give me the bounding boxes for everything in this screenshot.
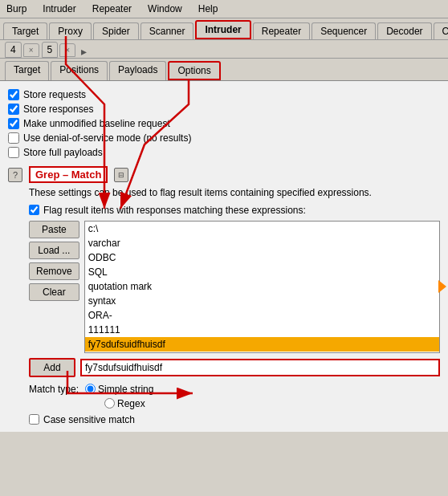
list-item[interactable]: ODBC bbox=[85, 250, 439, 265]
grep-header: ? Grep – Match ⊟ bbox=[8, 166, 440, 183]
cb-baseline-input[interactable] bbox=[8, 118, 19, 129]
cb-store-responses: Store responses bbox=[8, 102, 440, 116]
cb-full-payloads-input[interactable] bbox=[8, 147, 19, 158]
add-row: Add bbox=[8, 358, 440, 377]
radio-simple-input[interactable] bbox=[85, 384, 96, 394]
menu-burp[interactable]: Burp bbox=[3, 2, 30, 16]
cb-dos: Use denial-of-service mode (no results) bbox=[8, 131, 440, 145]
tab-scanner[interactable]: Scanner bbox=[141, 22, 194, 39]
close-tab-5-icon[interactable]: × bbox=[59, 43, 75, 57]
help-icon[interactable]: ? bbox=[8, 168, 22, 182]
case-sensitive-label: Case sensitive match bbox=[43, 414, 135, 425]
tab-repeater[interactable]: Repeater bbox=[253, 22, 310, 39]
list-item[interactable]: fy7sdufsuidfhuisdf bbox=[85, 337, 439, 352]
flag-row: Flag result items with responses matchin… bbox=[8, 205, 440, 216]
match-type-row: Match type: Simple string bbox=[8, 384, 440, 395]
list-item[interactable]: syntax bbox=[85, 294, 439, 308]
tab-target[interactable]: Target bbox=[3, 22, 47, 39]
tab-number-5[interactable]: 5 × bbox=[42, 42, 76, 58]
tab-intruder[interactable]: Intruder bbox=[195, 20, 250, 39]
list-container: c:\varcharODBCSQLquotation marksyntaxORA… bbox=[84, 221, 440, 353]
list-item[interactable]: 111111 bbox=[85, 323, 439, 337]
list-item[interactable]: c:\ bbox=[85, 222, 439, 236]
cb-store-requests-input[interactable] bbox=[8, 89, 19, 100]
cb-store-responses-input[interactable] bbox=[8, 104, 19, 115]
list-item[interactable]: ORA- bbox=[85, 308, 439, 323]
radio-regex-input[interactable] bbox=[104, 398, 115, 409]
tab-sequencer[interactable]: Sequencer bbox=[312, 22, 376, 39]
cb-full-payloads: Store full payloads bbox=[8, 145, 440, 160]
menu-intruder[interactable]: Intruder bbox=[39, 2, 79, 16]
sub-tab-bar: Target Positions Payloads Options bbox=[0, 59, 448, 81]
add-button[interactable]: Add bbox=[29, 358, 75, 377]
add-tab-icon[interactable]: ▸ bbox=[78, 45, 90, 58]
radio-simple-label: Simple string bbox=[98, 384, 153, 395]
radio-simple-string: Simple string bbox=[85, 384, 153, 395]
cb-baseline: Make unmodified baseline request bbox=[8, 116, 440, 131]
remove-button[interactable]: Remove bbox=[29, 262, 79, 280]
radio-regex-label: Regex bbox=[117, 398, 145, 409]
menu-window[interactable]: Window bbox=[145, 2, 185, 16]
list-item[interactable]: varchar bbox=[85, 236, 439, 250]
cb-dos-input[interactable] bbox=[8, 132, 19, 144]
sub-tab-payloads[interactable]: Payloads bbox=[109, 61, 166, 80]
orange-arrow-indicator bbox=[438, 280, 446, 293]
clear-button[interactable]: Clear bbox=[29, 283, 79, 301]
list-item[interactable]: SQL bbox=[85, 265, 439, 279]
options-checkboxes: Store requests Store responses Make unmo… bbox=[8, 87, 440, 160]
cb-store-requests: Store requests bbox=[8, 87, 440, 102]
add-text-input[interactable] bbox=[80, 359, 440, 376]
cb-store-responses-label: Store responses bbox=[23, 104, 93, 115]
top-tab-bar: Target Proxy Spider Scanner Intruder Rep… bbox=[0, 18, 448, 40]
list-item[interactable]: quotation mark bbox=[85, 279, 439, 294]
case-sensitive-row: Case sensitive match bbox=[8, 414, 440, 425]
close-tab-4-icon[interactable]: × bbox=[23, 43, 39, 57]
tab-proxy[interactable]: Proxy bbox=[49, 22, 92, 39]
cb-store-requests-label: Store requests bbox=[23, 89, 86, 100]
list-area: Paste Load ... Remove Clear c:\varcharOD… bbox=[8, 221, 440, 353]
match-type-regex-row: Regex bbox=[8, 398, 440, 409]
flag-label: Flag result items with responses matchin… bbox=[43, 205, 306, 216]
flag-checkbox[interactable] bbox=[29, 205, 39, 215]
list-buttons: Paste Load ... Remove Clear bbox=[29, 221, 79, 353]
case-sensitive-checkbox[interactable] bbox=[29, 414, 39, 425]
content-area: Store requests Store responses Make unmo… bbox=[0, 81, 448, 432]
match-type-label: Match type: bbox=[29, 384, 79, 395]
sidebar-expand-icon[interactable]: ⊟ bbox=[114, 168, 128, 182]
sub-tab-positions[interactable]: Positions bbox=[51, 61, 108, 80]
menu-bar: Burp Intruder Repeater Window Help bbox=[0, 0, 448, 18]
tab-spider[interactable]: Spider bbox=[93, 22, 139, 39]
cb-dos-label: Use denial-of-service mode (no results) bbox=[23, 132, 191, 144]
radio-regex: Regex bbox=[104, 398, 145, 409]
tab-compare[interactable]: Compare bbox=[434, 22, 448, 39]
tab-decoder[interactable]: Decoder bbox=[377, 22, 431, 39]
grep-list-box[interactable]: c:\varcharODBCSQLquotation marksyntaxORA… bbox=[84, 221, 440, 353]
cb-baseline-label: Make unmodified baseline request bbox=[23, 118, 170, 129]
paste-button[interactable]: Paste bbox=[29, 221, 79, 238]
tab-number-4[interactable]: 4 × bbox=[5, 42, 39, 58]
grep-title: Grep – Match bbox=[29, 166, 108, 183]
sub-tab-options[interactable]: Options bbox=[168, 61, 220, 80]
menu-repeater[interactable]: Repeater bbox=[89, 2, 135, 16]
grep-description: These settings can be used to flag resul… bbox=[8, 186, 440, 200]
menu-help[interactable]: Help bbox=[195, 2, 222, 16]
cb-full-payloads-label: Store full payloads bbox=[23, 147, 103, 158]
grep-match-section: ? Grep – Match ⊟ These settings can be u… bbox=[8, 166, 440, 425]
load-button[interactable]: Load ... bbox=[29, 242, 79, 259]
sub-tab-target[interactable]: Target bbox=[5, 61, 49, 80]
